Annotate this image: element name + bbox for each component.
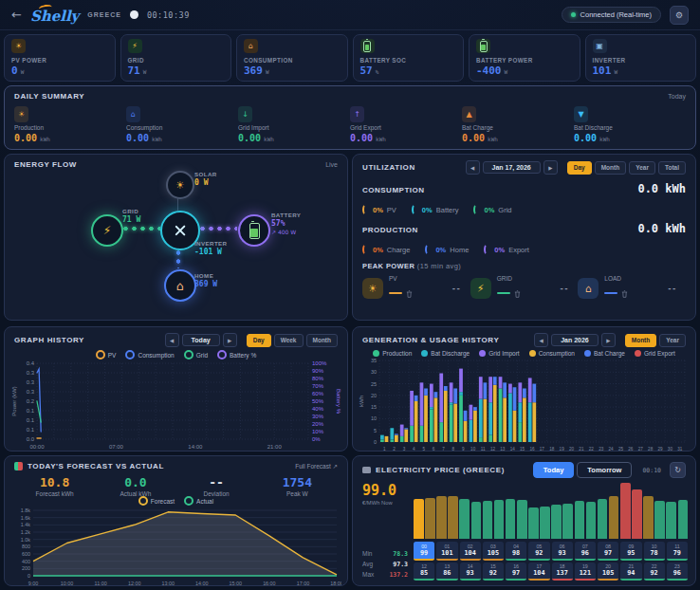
utilization-date-prev-button[interactable]: ◀	[466, 160, 480, 175]
tab-month[interactable]: Month	[595, 161, 627, 175]
graph-history-period-next-button[interactable]: ▶	[223, 333, 237, 347]
price-hour-cell-20[interactable]: 20105	[598, 562, 618, 581]
home-node[interactable]: ⌂	[164, 269, 196, 302]
price-bar-hour-11[interactable]	[540, 507, 550, 539]
generation-chart: 0510152025303512345678910111213141516171…	[353, 357, 695, 463]
generation-period-label[interactable]: Jan 2026	[551, 334, 599, 346]
tab-week[interactable]: Week	[274, 334, 304, 347]
price-hour-cell-00-current[interactable]: 0099	[414, 542, 434, 561]
price-hour-cell-08[interactable]: 0897	[598, 542, 618, 561]
price-hour-cell-17[interactable]: 17104	[528, 562, 549, 581]
utilization-date-next-button[interactable]: ▶	[543, 160, 558, 175]
price-hour-cell-11[interactable]: 1179	[667, 542, 688, 561]
back-button[interactable]: ←	[11, 8, 22, 22]
peak-item-trash[interactable]	[406, 285, 413, 302]
battery-node[interactable]	[238, 214, 270, 247]
price-hour-cell-21[interactable]: 2194	[620, 562, 641, 581]
price-hour-cell-23[interactable]: 2396	[667, 562, 688, 581]
forecast-chart: 1.8k1.6k1.4k1.2k1.0k80060040020009:0010:…	[5, 506, 347, 590]
price-bar-hour-03[interactable]	[448, 496, 458, 539]
battery-glyph	[363, 41, 371, 52]
grid-node[interactable]: ⚡	[91, 214, 123, 247]
trash-icon[interactable]	[514, 290, 521, 298]
solar-node[interactable]: ☀	[166, 171, 194, 199]
stat-card-battery-power[interactable]: BATTERY POWER-400W	[469, 34, 580, 82]
peak-item-trash[interactable]	[621, 285, 628, 302]
tab-month[interactable]: Month	[625, 334, 657, 347]
forecast-stat-actual-kwh: 0.0Actual kWh	[95, 475, 175, 497]
legend-name: Forecast	[151, 498, 175, 505]
stat-card-pv-power[interactable]: ☀PV POWER0W	[4, 34, 116, 82]
legend-swatch-icon	[529, 350, 536, 357]
graph-history-period-label[interactable]: Today	[182, 334, 220, 346]
price-bar-hour-22[interactable]	[666, 502, 676, 539]
price-hour-cell-19[interactable]: 19121	[575, 562, 596, 581]
consumption-section-label: CONSUMPTION	[362, 186, 425, 194]
price-bar-hour-01[interactable]	[425, 498, 435, 539]
price-bar-hour-02[interactable]	[436, 496, 447, 539]
price-hour-cell-16[interactable]: 1697	[506, 562, 526, 581]
price-hour-cell-22[interactable]: 2292	[644, 562, 665, 581]
price-bar-hour-15[interactable]	[586, 502, 597, 539]
settings-gear-icon[interactable]: ⚙	[670, 6, 689, 25]
peak-item-trash[interactable]	[514, 285, 521, 302]
price-bar-hour-05[interactable]	[471, 502, 482, 539]
price-bar-hour-21[interactable]	[654, 501, 665, 539]
full-forecast-link[interactable]: Full Forecast ↗	[295, 463, 338, 470]
tab-today[interactable]: Today	[533, 462, 575, 478]
stat-card-consumption[interactable]: ⌂CONSUMPTION369W	[236, 34, 348, 82]
theme-toggle[interactable]	[130, 10, 138, 19]
price-bar-hour-00[interactable]	[414, 499, 424, 539]
generation-period-prev-button[interactable]: ◀	[534, 333, 548, 347]
price-hour-cell-01[interactable]: 01101	[436, 542, 457, 561]
summary-item-consumption: ⌂Consumption0.00kWh	[126, 106, 238, 143]
svg-text:10:00: 10:00	[61, 581, 74, 586]
price-bar-hour-07[interactable]	[494, 500, 505, 539]
price-hour-cell-07[interactable]: 0796	[575, 542, 596, 561]
price-bar-hour-04[interactable]	[459, 499, 470, 539]
price-bar-hour-08[interactable]	[506, 499, 516, 539]
price-hour-cell-05[interactable]: 0592	[528, 542, 549, 561]
price-bar-hour-10[interactable]	[528, 507, 539, 539]
tab-year[interactable]: Year	[659, 334, 686, 347]
price-bar-hour-17[interactable]	[609, 496, 619, 539]
price-hour-cell-03[interactable]: 03105	[483, 542, 504, 561]
refresh-icon[interactable]: ↻	[670, 462, 686, 478]
price-bar-hour-12[interactable]	[551, 505, 562, 539]
stat-card-inverter[interactable]: ▣INVERTER101W	[585, 34, 697, 82]
price-bar-hour-06[interactable]	[483, 501, 493, 539]
trash-icon[interactable]	[621, 290, 628, 298]
price-hour-cell-14[interactable]: 1493	[460, 562, 481, 581]
price-bar-hour-09[interactable]	[517, 500, 527, 539]
price-hour-cell-10[interactable]: 1078	[644, 542, 665, 561]
utilization-date-label[interactable]: Jan 17, 2026	[483, 161, 541, 174]
price-bar-hour-20[interactable]	[643, 496, 654, 539]
price-hour-cell-04[interactable]: 0498	[506, 542, 526, 561]
graph-history-period-prev-button[interactable]: ◀	[165, 333, 179, 347]
price-icon	[362, 467, 371, 473]
price-hour-cell-12[interactable]: 1285	[414, 562, 434, 581]
trash-icon[interactable]	[406, 290, 413, 298]
price-hour-cell-06[interactable]: 0693	[552, 542, 573, 561]
price-hour-cell-18[interactable]: 18137	[552, 562, 573, 581]
price-hour-cell-09[interactable]: 0995	[620, 542, 641, 561]
price-bar-hour-19[interactable]	[632, 489, 642, 539]
tab-day[interactable]: Day	[247, 334, 271, 347]
tab-total[interactable]: Total	[658, 161, 686, 175]
price-bar-hour-13[interactable]	[562, 504, 573, 539]
tab-year[interactable]: Year	[629, 161, 655, 175]
price-bar-hour-16[interactable]	[598, 499, 608, 539]
price-hour-cell-02[interactable]: 02104	[460, 542, 481, 561]
tab-day[interactable]: Day	[567, 161, 592, 175]
stat-card-grid[interactable]: ⚡GRID71W	[120, 34, 232, 82]
tab-month[interactable]: Month	[306, 334, 339, 347]
price-hour-cell-15[interactable]: 1592	[483, 562, 504, 581]
price-hour-cell-13[interactable]: 1386	[436, 562, 457, 581]
stat-card-battery-soc[interactable]: BATTERY SOC57%	[353, 34, 465, 82]
generation-period-next-button[interactable]: ▶	[601, 333, 616, 347]
tab-tomorrow[interactable]: Tomorrow	[577, 462, 632, 478]
svg-text:11:00: 11:00	[95, 581, 107, 586]
price-bar-hour-18[interactable]	[620, 483, 631, 539]
price-bar-hour-14[interactable]	[575, 501, 585, 539]
price-bar-hour-23[interactable]	[678, 500, 689, 539]
